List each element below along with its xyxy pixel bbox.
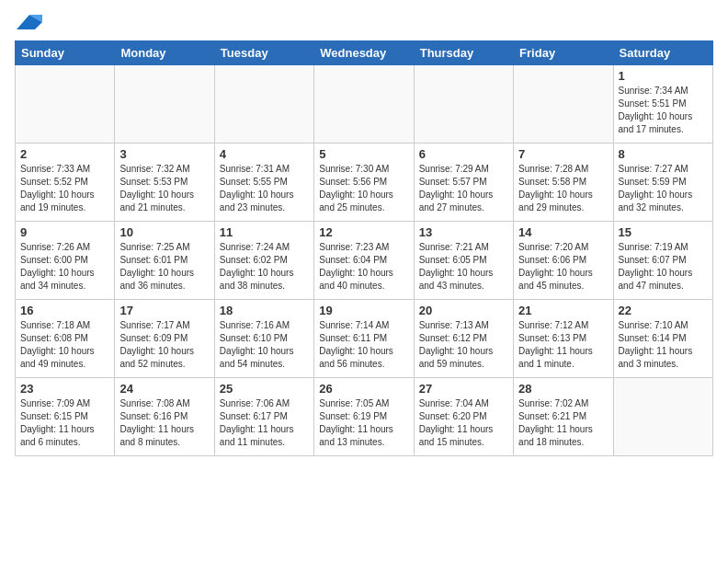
calendar-cell [514, 65, 613, 144]
calendar-cell [414, 65, 513, 144]
day-info: Sunrise: 7:23 AM Sunset: 6:04 PM Dayligh… [319, 241, 408, 293]
day-info: Sunrise: 7:24 AM Sunset: 6:02 PM Dayligh… [220, 241, 309, 293]
calendar-cell: 25Sunrise: 7:06 AM Sunset: 6:17 PM Dayli… [214, 378, 313, 456]
calendar-cell: 12Sunrise: 7:23 AM Sunset: 6:04 PM Dayli… [314, 222, 414, 300]
calendar-cell: 16Sunrise: 7:18 AM Sunset: 6:08 PM Dayli… [16, 300, 115, 378]
calendar-cell [115, 65, 214, 144]
day-number: 13 [419, 225, 508, 239]
day-info: Sunrise: 7:20 AM Sunset: 6:06 PM Dayligh… [518, 241, 608, 293]
day-number: 27 [419, 382, 508, 396]
calendar-cell: 17Sunrise: 7:17 AM Sunset: 6:09 PM Dayli… [115, 300, 214, 378]
day-info: Sunrise: 7:25 AM Sunset: 6:01 PM Dayligh… [119, 241, 209, 293]
day-number: 19 [319, 304, 408, 317]
day-number: 9 [20, 225, 109, 239]
day-number: 22 [619, 304, 708, 317]
calendar-cell: 21Sunrise: 7:12 AM Sunset: 6:13 PM Dayli… [514, 300, 613, 378]
day-number: 25 [220, 382, 309, 396]
page-header [15, 15, 713, 31]
calendar-cell: 1Sunrise: 7:34 AM Sunset: 5:51 PM Daylig… [613, 65, 712, 144]
day-number: 23 [20, 382, 109, 396]
day-info: Sunrise: 7:16 AM Sunset: 6:10 PM Dayligh… [220, 319, 309, 371]
calendar-header-sunday: Sunday [16, 41, 115, 65]
calendar-cell: 7Sunrise: 7:28 AM Sunset: 5:58 PM Daylig… [514, 144, 613, 222]
calendar-week-1: 1Sunrise: 7:34 AM Sunset: 5:51 PM Daylig… [16, 65, 713, 144]
day-info: Sunrise: 7:14 AM Sunset: 6:11 PM Dayligh… [319, 319, 408, 371]
day-info: Sunrise: 7:09 AM Sunset: 6:15 PM Dayligh… [20, 397, 109, 449]
day-number: 12 [319, 225, 408, 239]
calendar-cell: 24Sunrise: 7:08 AM Sunset: 6:16 PM Dayli… [115, 378, 214, 456]
calendar-header-monday: Monday [115, 41, 214, 65]
day-number: 20 [419, 304, 508, 317]
calendar-cell [214, 65, 313, 144]
calendar-cell: 19Sunrise: 7:14 AM Sunset: 6:11 PM Dayli… [314, 300, 414, 378]
calendar-week-3: 9Sunrise: 7:26 AM Sunset: 6:00 PM Daylig… [16, 222, 713, 300]
day-number: 2 [20, 147, 109, 161]
day-info: Sunrise: 7:26 AM Sunset: 6:00 PM Dayligh… [20, 241, 109, 293]
day-info: Sunrise: 7:04 AM Sunset: 6:20 PM Dayligh… [419, 397, 508, 449]
calendar-cell: 3Sunrise: 7:32 AM Sunset: 5:53 PM Daylig… [115, 144, 214, 222]
day-number: 16 [20, 304, 109, 317]
calendar-header-thursday: Thursday [414, 41, 513, 65]
calendar-cell [613, 378, 712, 456]
calendar-cell: 13Sunrise: 7:21 AM Sunset: 6:05 PM Dayli… [414, 222, 513, 300]
day-number: 8 [619, 147, 708, 161]
day-info: Sunrise: 7:27 AM Sunset: 5:59 PM Dayligh… [619, 163, 708, 214]
day-info: Sunrise: 7:05 AM Sunset: 6:19 PM Dayligh… [319, 397, 408, 449]
day-number: 3 [119, 147, 209, 161]
day-info: Sunrise: 7:28 AM Sunset: 5:58 PM Dayligh… [518, 163, 608, 214]
day-info: Sunrise: 7:30 AM Sunset: 5:56 PM Dayligh… [319, 163, 408, 214]
calendar-week-4: 16Sunrise: 7:18 AM Sunset: 6:08 PM Dayli… [16, 300, 713, 378]
day-number: 14 [518, 225, 608, 239]
day-number: 11 [220, 225, 309, 239]
day-number: 18 [220, 304, 309, 317]
day-number: 24 [119, 382, 209, 396]
day-info: Sunrise: 7:19 AM Sunset: 6:07 PM Dayligh… [619, 241, 708, 293]
day-info: Sunrise: 7:18 AM Sunset: 6:08 PM Dayligh… [20, 319, 109, 371]
day-info: Sunrise: 7:06 AM Sunset: 6:17 PM Dayligh… [220, 397, 309, 449]
calendar-cell: 9Sunrise: 7:26 AM Sunset: 6:00 PM Daylig… [16, 222, 115, 300]
calendar-cell: 5Sunrise: 7:30 AM Sunset: 5:56 PM Daylig… [314, 144, 414, 222]
calendar-cell: 23Sunrise: 7:09 AM Sunset: 6:15 PM Dayli… [16, 378, 115, 456]
day-number: 15 [619, 225, 708, 239]
calendar-cell: 15Sunrise: 7:19 AM Sunset: 6:07 PM Dayli… [613, 222, 712, 300]
calendar-header-saturday: Saturday [613, 41, 712, 65]
logo-icon [17, 13, 42, 31]
day-info: Sunrise: 7:31 AM Sunset: 5:55 PM Dayligh… [220, 163, 309, 214]
calendar-week-5: 23Sunrise: 7:09 AM Sunset: 6:15 PM Dayli… [16, 378, 713, 456]
calendar-cell: 2Sunrise: 7:33 AM Sunset: 5:52 PM Daylig… [16, 144, 115, 222]
calendar-header-row: SundayMondayTuesdayWednesdayThursdayFrid… [16, 41, 713, 65]
day-number: 17 [119, 304, 209, 317]
calendar-table: SundayMondayTuesdayWednesdayThursdayFrid… [15, 40, 713, 456]
calendar-cell: 10Sunrise: 7:25 AM Sunset: 6:01 PM Dayli… [115, 222, 214, 300]
calendar-cell: 28Sunrise: 7:02 AM Sunset: 6:21 PM Dayli… [514, 378, 613, 456]
day-number: 21 [518, 304, 608, 317]
logo [15, 15, 42, 31]
calendar-header-wednesday: Wednesday [314, 41, 414, 65]
calendar-cell: 8Sunrise: 7:27 AM Sunset: 5:59 PM Daylig… [613, 144, 712, 222]
calendar-cell: 4Sunrise: 7:31 AM Sunset: 5:55 PM Daylig… [214, 144, 313, 222]
calendar-cell [314, 65, 414, 144]
day-info: Sunrise: 7:34 AM Sunset: 5:51 PM Dayligh… [619, 85, 708, 136]
calendar-cell: 20Sunrise: 7:13 AM Sunset: 6:12 PM Dayli… [414, 300, 513, 378]
day-number: 10 [119, 225, 209, 239]
day-info: Sunrise: 7:10 AM Sunset: 6:14 PM Dayligh… [619, 319, 708, 371]
calendar-cell: 27Sunrise: 7:04 AM Sunset: 6:20 PM Dayli… [414, 378, 513, 456]
day-info: Sunrise: 7:12 AM Sunset: 6:13 PM Dayligh… [518, 319, 608, 371]
day-info: Sunrise: 7:02 AM Sunset: 6:21 PM Dayligh… [518, 397, 608, 449]
day-info: Sunrise: 7:13 AM Sunset: 6:12 PM Dayligh… [419, 319, 508, 371]
calendar-cell: 18Sunrise: 7:16 AM Sunset: 6:10 PM Dayli… [214, 300, 313, 378]
calendar-cell [16, 65, 115, 144]
calendar-cell: 11Sunrise: 7:24 AM Sunset: 6:02 PM Dayli… [214, 222, 313, 300]
calendar-header-friday: Friday [514, 41, 613, 65]
day-number: 6 [419, 147, 508, 161]
calendar-cell: 26Sunrise: 7:05 AM Sunset: 6:19 PM Dayli… [314, 378, 414, 456]
day-info: Sunrise: 7:29 AM Sunset: 5:57 PM Dayligh… [419, 163, 508, 214]
day-number: 7 [518, 147, 608, 161]
day-info: Sunrise: 7:21 AM Sunset: 6:05 PM Dayligh… [419, 241, 508, 293]
day-info: Sunrise: 7:08 AM Sunset: 6:16 PM Dayligh… [119, 397, 209, 449]
day-number: 4 [220, 147, 309, 161]
day-info: Sunrise: 7:33 AM Sunset: 5:52 PM Dayligh… [20, 163, 109, 214]
day-number: 1 [619, 69, 708, 83]
calendar-cell: 22Sunrise: 7:10 AM Sunset: 6:14 PM Dayli… [613, 300, 712, 378]
day-info: Sunrise: 7:17 AM Sunset: 6:09 PM Dayligh… [119, 319, 209, 371]
